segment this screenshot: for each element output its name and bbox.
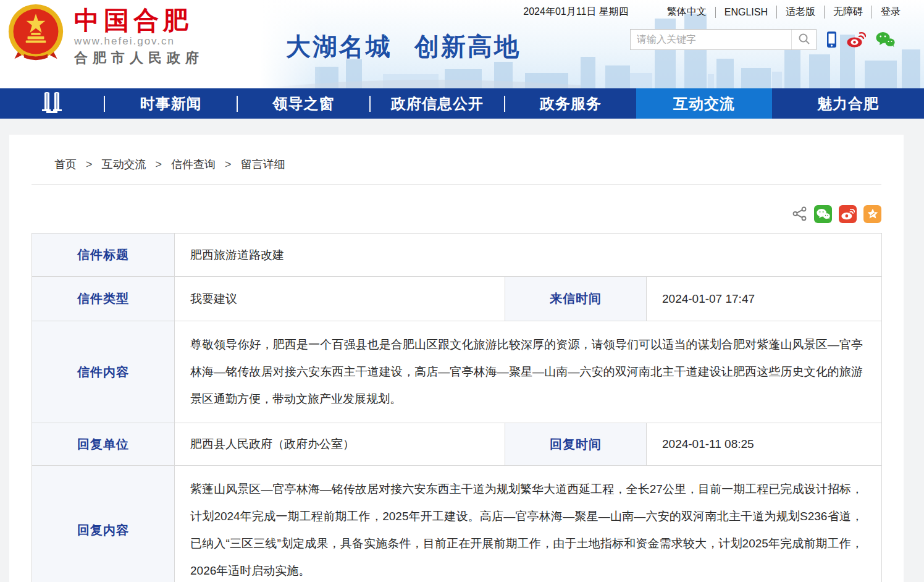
site-logo[interactable]: 中国合肥 www.hefei.gov.cn 合肥市人民政府: [6, 3, 204, 67]
main-area: 首页 > 互动交流 > 信件查询 > 留言详细: [0, 119, 924, 582]
current-date: 2024年01月11日 星期四: [523, 6, 628, 19]
logo-text: 中国合肥 www.hefei.gov.cn 合肥市人民政府: [74, 3, 204, 67]
search-input[interactable]: [631, 30, 791, 49]
nav-item-leaders[interactable]: 领导之窗: [238, 88, 369, 119]
site-name: 中国合肥: [74, 7, 204, 34]
top-utility-bar: 2024年01月11日 星期四 繁体中文 ENGLISH 适老版 无障碍 登录: [523, 6, 901, 19]
nav-item-services[interactable]: 政务服务: [505, 88, 636, 119]
search-area: [630, 29, 895, 50]
letter-content-label: 信件内容: [32, 321, 175, 423]
table-row: 回复单位 肥西县人民政府（政府办公室） 回复时间 2024-01-11 08:2…: [32, 423, 882, 466]
mobile-version-icon[interactable]: [826, 31, 837, 48]
reply-content-value: 紫蓬山风景区—官亭林海—铭传故居对接六安东西主干道为规划繁华大道西延工程，全长2…: [175, 466, 882, 582]
nav-home[interactable]: [0, 88, 104, 119]
reply-org-label: 回复单位: [32, 423, 175, 466]
reply-time-label: 回复时间: [505, 423, 647, 466]
table-row: 信件内容 尊敬领导你好，肥西是一个百强县也是合肥山区跟文化旅游比较深厚的资源，请…: [32, 321, 882, 423]
breadcrumb: 首页 > 互动交流 > 信件查询 > 留言详细: [32, 153, 881, 185]
search-button[interactable]: [791, 30, 816, 49]
reply-org-value: 肥西县人民政府（政府办公室）: [175, 423, 505, 466]
site-header: 中国合肥 www.hefei.gov.cn 合肥市人民政府 大湖名城创新高地 2…: [0, 0, 924, 88]
content-panel: 首页 > 互动交流 > 信件查询 > 留言详细: [9, 135, 904, 582]
nav-item-gov-info[interactable]: 政府信息公开: [371, 88, 504, 119]
link-english[interactable]: ENGLISH: [715, 7, 776, 18]
breadcrumb-interaction[interactable]: 互动交流: [102, 158, 146, 171]
reply-content-label: 回复内容: [32, 466, 175, 582]
breadcrumb-home[interactable]: 首页: [54, 158, 77, 171]
breadcrumb-letter-query[interactable]: 信件查询: [171, 158, 216, 171]
top-links: 繁体中文 ENGLISH 适老版 无障碍 登录: [658, 6, 901, 19]
share-wechat-icon[interactable]: [814, 205, 832, 223]
letter-title-value: 肥西旅游道路改建: [175, 234, 882, 277]
link-accessibility[interactable]: 无障碍: [824, 6, 872, 19]
share-weibo-icon[interactable]: [839, 205, 857, 223]
twin-towers-icon: [39, 91, 65, 116]
nav-item-charm-hefei[interactable]: 魅力合肥: [772, 88, 924, 119]
link-traditional-chinese[interactable]: 繁体中文: [658, 6, 715, 19]
letter-type-value: 我要建议: [175, 277, 505, 321]
search-box: [630, 29, 817, 50]
breadcrumb-separator: >: [156, 158, 162, 171]
letter-type-label: 信件类型: [32, 277, 175, 321]
table-row: 信件标题 肥西旅游道路改建: [32, 234, 882, 277]
share-toolbar: [32, 205, 881, 223]
table-row: 回复内容 紫蓬山风景区—官亭林海—铭传故居对接六安东西主干道为规划繁华大道西延工…: [32, 466, 882, 582]
link-login[interactable]: 登录: [872, 6, 901, 19]
breadcrumb-separator: >: [86, 158, 93, 171]
link-elder-version[interactable]: 适老版: [776, 6, 824, 19]
nav-item-news[interactable]: 时事新闻: [105, 88, 237, 119]
banner-slogan: 大湖名城创新高地: [286, 30, 521, 64]
letter-title-label: 信件标题: [32, 234, 175, 277]
letter-content-value: 尊敬领导你好，肥西是一个百强县也是合肥山区跟文化旅游比较深厚的资源，请领导们可以…: [175, 321, 882, 423]
site-url: www.hefei.gov.cn: [74, 35, 204, 48]
share-favorite-icon[interactable]: [863, 205, 881, 223]
search-icon: [798, 33, 810, 47]
table-row: 信件类型 我要建议 来信时间 2024-01-07 17:47: [32, 277, 882, 321]
nav-item-interaction[interactable]: 互动交流: [636, 88, 772, 119]
reply-time-value: 2024-01-11 08:25: [647, 423, 882, 466]
received-time-label: 来信时间: [505, 277, 647, 321]
site-org: 合肥市人民政府: [74, 49, 204, 67]
national-emblem-icon: [6, 3, 65, 65]
weibo-icon[interactable]: [847, 32, 866, 48]
wechat-icon[interactable]: [876, 32, 895, 48]
breadcrumb-separator: >: [225, 158, 232, 171]
received-time-value: 2024-01-07 17:47: [647, 277, 882, 321]
main-nav: 时事新闻 领导之窗 政府信息公开 政务服务 互动交流 魅力合肥: [0, 88, 924, 119]
letter-detail-table: 信件标题 肥西旅游道路改建 信件类型 我要建议 来信时间 2024-01-07 …: [32, 233, 882, 582]
share-icon[interactable]: [792, 206, 807, 221]
breadcrumb-message-detail[interactable]: 留言详细: [241, 158, 285, 171]
